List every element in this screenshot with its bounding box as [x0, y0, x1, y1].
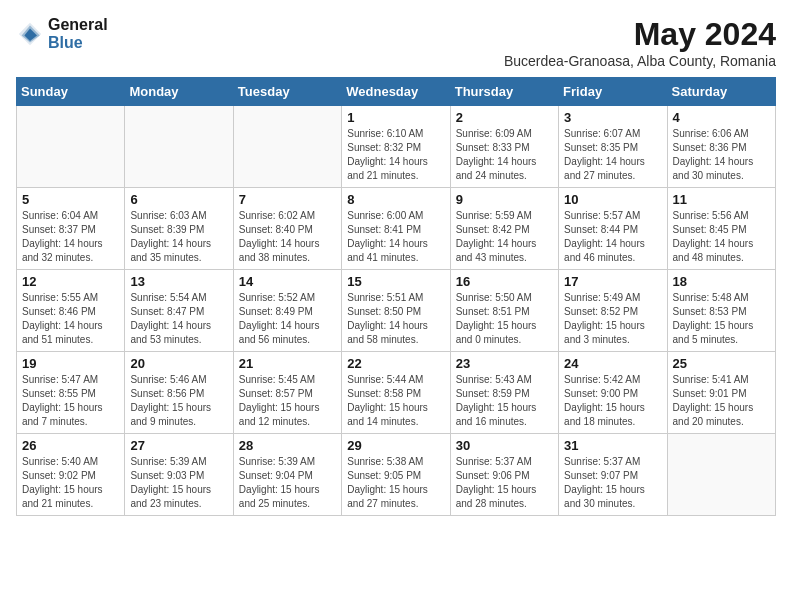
calendar-cell: 17Sunrise: 5:49 AM Sunset: 8:52 PM Dayli…: [559, 270, 667, 352]
calendar-cell: [667, 434, 775, 516]
day-number: 14: [239, 274, 336, 289]
calendar-cell: 24Sunrise: 5:42 AM Sunset: 9:00 PM Dayli…: [559, 352, 667, 434]
day-number: 20: [130, 356, 227, 371]
calendar-cell: [17, 106, 125, 188]
day-number: 9: [456, 192, 553, 207]
calendar-cell: 21Sunrise: 5:45 AM Sunset: 8:57 PM Dayli…: [233, 352, 341, 434]
day-info: Sunrise: 6:06 AM Sunset: 8:36 PM Dayligh…: [673, 127, 770, 183]
calendar-cell: 22Sunrise: 5:44 AM Sunset: 8:58 PM Dayli…: [342, 352, 450, 434]
col-monday: Monday: [125, 78, 233, 106]
calendar-cell: 16Sunrise: 5:50 AM Sunset: 8:51 PM Dayli…: [450, 270, 558, 352]
calendar-cell: 19Sunrise: 5:47 AM Sunset: 8:55 PM Dayli…: [17, 352, 125, 434]
day-number: 18: [673, 274, 770, 289]
calendar-cell: 27Sunrise: 5:39 AM Sunset: 9:03 PM Dayli…: [125, 434, 233, 516]
logo-general: General: [48, 16, 108, 34]
day-number: 8: [347, 192, 444, 207]
day-number: 29: [347, 438, 444, 453]
calendar-cell: 31Sunrise: 5:37 AM Sunset: 9:07 PM Dayli…: [559, 434, 667, 516]
day-info: Sunrise: 5:52 AM Sunset: 8:49 PM Dayligh…: [239, 291, 336, 347]
day-info: Sunrise: 5:54 AM Sunset: 8:47 PM Dayligh…: [130, 291, 227, 347]
location-subtitle: Bucerdea-Granoasa, Alba County, Romania: [504, 53, 776, 69]
calendar-cell: [233, 106, 341, 188]
col-saturday: Saturday: [667, 78, 775, 106]
day-info: Sunrise: 5:59 AM Sunset: 8:42 PM Dayligh…: [456, 209, 553, 265]
day-info: Sunrise: 5:56 AM Sunset: 8:45 PM Dayligh…: [673, 209, 770, 265]
calendar-cell: 6Sunrise: 6:03 AM Sunset: 8:39 PM Daylig…: [125, 188, 233, 270]
calendar-table: Sunday Monday Tuesday Wednesday Thursday…: [16, 77, 776, 516]
day-number: 5: [22, 192, 119, 207]
day-number: 17: [564, 274, 661, 289]
day-number: 28: [239, 438, 336, 453]
day-info: Sunrise: 5:37 AM Sunset: 9:06 PM Dayligh…: [456, 455, 553, 511]
day-info: Sunrise: 5:37 AM Sunset: 9:07 PM Dayligh…: [564, 455, 661, 511]
day-number: 7: [239, 192, 336, 207]
day-number: 22: [347, 356, 444, 371]
week-row-2: 5Sunrise: 6:04 AM Sunset: 8:37 PM Daylig…: [17, 188, 776, 270]
day-info: Sunrise: 5:43 AM Sunset: 8:59 PM Dayligh…: [456, 373, 553, 429]
day-info: Sunrise: 5:38 AM Sunset: 9:05 PM Dayligh…: [347, 455, 444, 511]
calendar-cell: 29Sunrise: 5:38 AM Sunset: 9:05 PM Dayli…: [342, 434, 450, 516]
day-info: Sunrise: 5:50 AM Sunset: 8:51 PM Dayligh…: [456, 291, 553, 347]
day-info: Sunrise: 5:40 AM Sunset: 9:02 PM Dayligh…: [22, 455, 119, 511]
day-number: 13: [130, 274, 227, 289]
calendar-cell: 10Sunrise: 5:57 AM Sunset: 8:44 PM Dayli…: [559, 188, 667, 270]
calendar-cell: 11Sunrise: 5:56 AM Sunset: 8:45 PM Dayli…: [667, 188, 775, 270]
header-row: Sunday Monday Tuesday Wednesday Thursday…: [17, 78, 776, 106]
calendar-cell: 13Sunrise: 5:54 AM Sunset: 8:47 PM Dayli…: [125, 270, 233, 352]
month-title: May 2024: [504, 16, 776, 53]
calendar-cell: 25Sunrise: 5:41 AM Sunset: 9:01 PM Dayli…: [667, 352, 775, 434]
col-sunday: Sunday: [17, 78, 125, 106]
day-number: 24: [564, 356, 661, 371]
day-info: Sunrise: 5:55 AM Sunset: 8:46 PM Dayligh…: [22, 291, 119, 347]
day-number: 12: [22, 274, 119, 289]
week-row-5: 26Sunrise: 5:40 AM Sunset: 9:02 PM Dayli…: [17, 434, 776, 516]
col-friday: Friday: [559, 78, 667, 106]
day-number: 2: [456, 110, 553, 125]
week-row-3: 12Sunrise: 5:55 AM Sunset: 8:46 PM Dayli…: [17, 270, 776, 352]
col-thursday: Thursday: [450, 78, 558, 106]
day-number: 31: [564, 438, 661, 453]
calendar-cell: 9Sunrise: 5:59 AM Sunset: 8:42 PM Daylig…: [450, 188, 558, 270]
calendar-cell: 30Sunrise: 5:37 AM Sunset: 9:06 PM Dayli…: [450, 434, 558, 516]
calendar-cell: 3Sunrise: 6:07 AM Sunset: 8:35 PM Daylig…: [559, 106, 667, 188]
calendar-cell: 14Sunrise: 5:52 AM Sunset: 8:49 PM Dayli…: [233, 270, 341, 352]
day-info: Sunrise: 5:51 AM Sunset: 8:50 PM Dayligh…: [347, 291, 444, 347]
day-info: Sunrise: 6:00 AM Sunset: 8:41 PM Dayligh…: [347, 209, 444, 265]
day-info: Sunrise: 6:02 AM Sunset: 8:40 PM Dayligh…: [239, 209, 336, 265]
calendar-cell: 1Sunrise: 6:10 AM Sunset: 8:32 PM Daylig…: [342, 106, 450, 188]
day-info: Sunrise: 6:03 AM Sunset: 8:39 PM Dayligh…: [130, 209, 227, 265]
day-number: 16: [456, 274, 553, 289]
day-info: Sunrise: 5:47 AM Sunset: 8:55 PM Dayligh…: [22, 373, 119, 429]
day-number: 25: [673, 356, 770, 371]
day-info: Sunrise: 5:57 AM Sunset: 8:44 PM Dayligh…: [564, 209, 661, 265]
calendar-cell: 18Sunrise: 5:48 AM Sunset: 8:53 PM Dayli…: [667, 270, 775, 352]
calendar-cell: [125, 106, 233, 188]
page-header: General Blue May 2024 Bucerdea-Granoasa,…: [16, 16, 776, 69]
day-number: 11: [673, 192, 770, 207]
logo-text: General Blue: [48, 16, 108, 51]
day-number: 3: [564, 110, 661, 125]
day-number: 10: [564, 192, 661, 207]
day-number: 21: [239, 356, 336, 371]
col-wednesday: Wednesday: [342, 78, 450, 106]
day-number: 4: [673, 110, 770, 125]
day-info: Sunrise: 6:09 AM Sunset: 8:33 PM Dayligh…: [456, 127, 553, 183]
title-section: May 2024 Bucerdea-Granoasa, Alba County,…: [504, 16, 776, 69]
day-info: Sunrise: 5:48 AM Sunset: 8:53 PM Dayligh…: [673, 291, 770, 347]
day-number: 1: [347, 110, 444, 125]
calendar-cell: 26Sunrise: 5:40 AM Sunset: 9:02 PM Dayli…: [17, 434, 125, 516]
day-info: Sunrise: 5:39 AM Sunset: 9:04 PM Dayligh…: [239, 455, 336, 511]
calendar-cell: 7Sunrise: 6:02 AM Sunset: 8:40 PM Daylig…: [233, 188, 341, 270]
calendar-cell: 28Sunrise: 5:39 AM Sunset: 9:04 PM Dayli…: [233, 434, 341, 516]
day-number: 27: [130, 438, 227, 453]
calendar-cell: 5Sunrise: 6:04 AM Sunset: 8:37 PM Daylig…: [17, 188, 125, 270]
day-number: 26: [22, 438, 119, 453]
day-number: 30: [456, 438, 553, 453]
calendar-cell: 20Sunrise: 5:46 AM Sunset: 8:56 PM Dayli…: [125, 352, 233, 434]
week-row-4: 19Sunrise: 5:47 AM Sunset: 8:55 PM Dayli…: [17, 352, 776, 434]
day-number: 6: [130, 192, 227, 207]
calendar-cell: 12Sunrise: 5:55 AM Sunset: 8:46 PM Dayli…: [17, 270, 125, 352]
day-number: 23: [456, 356, 553, 371]
calendar-cell: 2Sunrise: 6:09 AM Sunset: 8:33 PM Daylig…: [450, 106, 558, 188]
day-info: Sunrise: 5:42 AM Sunset: 9:00 PM Dayligh…: [564, 373, 661, 429]
